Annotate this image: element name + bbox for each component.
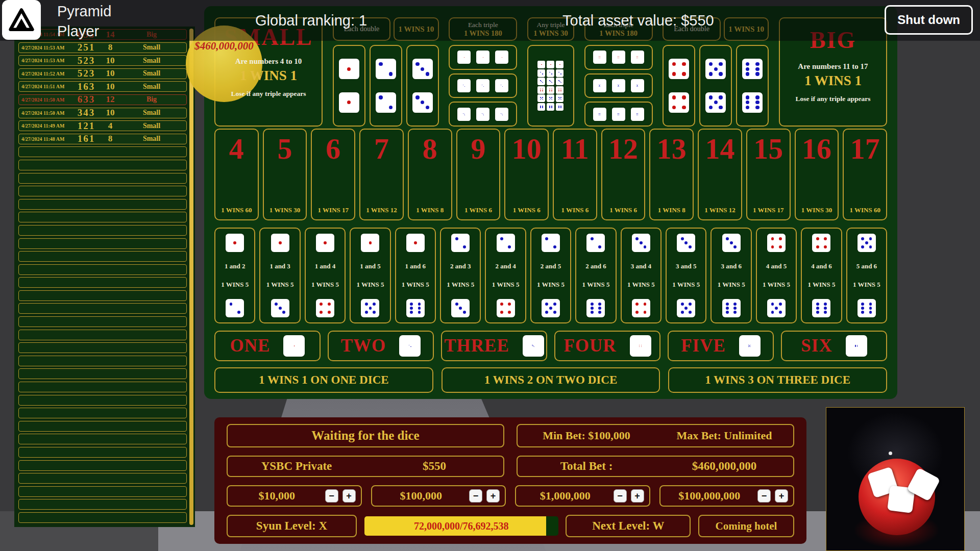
bet-combo-1-4[interactable]: 1 and 41 WINS 5 [305,228,346,323]
history-panel: 4/27/2024 11:54 AM65514Big4/27/2024 11:5… [14,27,195,527]
bet-double-6[interactable] [736,45,769,127]
history-row: 4/27/2024 11:53 AM2518Small [18,42,187,53]
bet-double-5[interactable] [699,45,732,127]
bet-total-6[interactable]: 61 WINS 17 [311,129,355,220]
app-logo[interactable] [2,0,41,40]
bet-triple-4[interactable] [584,45,653,70]
shutdown-button[interactable]: Shut down [885,5,973,35]
chip-2-plus-button[interactable]: + [486,489,500,503]
bet-triple-3[interactable] [449,102,517,127]
history-list: 4/27/2024 11:54 AM65514Big4/27/2024 11:5… [18,29,187,523]
dice-odds-1[interactable]: 1 WINS 1 ON ONE DICE [214,367,433,393]
combo-odds: 1 WINS 5 [853,281,880,289]
history-row-empty [18,499,187,510]
chip-1[interactable]: $10,000−+ [227,485,362,507]
die-6 [742,92,763,113]
bet-total-9[interactable]: 91 WINS 6 [456,129,501,220]
chip-1-minus-button[interactable]: − [325,489,338,503]
combos-row: 1 and 21 WINS 51 and 31 WINS 51 and 41 W… [214,228,887,323]
die-3 [537,78,545,85]
balance-value: $550 [365,460,503,473]
bet-triple-6[interactable] [584,102,653,127]
bet-double-1[interactable] [333,45,365,127]
die-2 [376,92,396,113]
bet-total-8[interactable]: 81 WINS 8 [408,129,452,220]
bet-single-one[interactable]: ONE [214,331,321,361]
chip-3-minus-button[interactable]: − [614,489,627,503]
bet-combo-1-5[interactable]: 1 and 51 WINS 5 [350,228,390,323]
bet-total-17[interactable]: 171 WINS 60 [843,129,887,220]
bet-combo-3-5[interactable]: 3 and 51 WINS 5 [666,228,706,323]
bet-single-two[interactable]: TWO [328,331,434,361]
bet-combo-2-3[interactable]: 2 and 31 WINS 5 [440,228,481,323]
bet-triple-5[interactable] [584,73,653,98]
total-number: 16 [802,132,831,166]
combo-label: 3 and 6 [721,262,741,270]
chip-4-plus-button[interactable]: + [775,489,788,503]
history-row-empty [18,460,187,471]
die-5 [593,79,606,92]
history-row-empty [18,290,187,301]
bet-triple-2[interactable] [449,73,517,98]
die-6 [812,299,830,317]
history-scrollbar[interactable] [189,29,193,525]
die-6 [846,335,867,357]
bet-total-12[interactable]: 121 WINS 6 [601,129,646,220]
bet-combo-4-5[interactable]: 4 and 51 WINS 5 [756,228,797,323]
bet-total-16[interactable]: 161 WINS 30 [795,129,839,220]
chip-3-plus-button[interactable]: + [631,489,644,503]
bet-total-4[interactable]: 41 WINS 60 [214,129,259,220]
bet-combo-4-6[interactable]: 4 and 61 WINS 5 [801,228,842,323]
history-row-empty [18,512,187,523]
chip-4-minus-button[interactable]: − [757,489,771,503]
chip-1-plus-button[interactable]: + [342,489,356,503]
dice-odds-3[interactable]: 1 WINS 3 ON THREE DICE [668,367,887,393]
bet-total-5[interactable]: 51 WINS 30 [263,129,307,220]
bet-total-14[interactable]: 141 WINS 12 [698,129,742,220]
combo-odds: 1 WINS 5 [402,281,429,289]
bet-total-10[interactable]: 101 WINS 6 [504,129,549,220]
history-size: Small [119,109,184,117]
die-5 [677,299,695,317]
chip-3[interactable]: $1,000,000−+ [515,485,650,507]
bet-single-five[interactable]: FIVE [668,331,774,361]
bet-double-3[interactable] [406,45,439,127]
bet-combo-3-6[interactable]: 3 and 61 WINS 5 [710,228,751,323]
dice-odds-2[interactable]: 1 WINS 2 ON TWO DICE [442,367,660,393]
bet-triple-1[interactable] [449,45,517,70]
bet-combo-1-6[interactable]: 1 and 61 WINS 5 [395,228,436,323]
history-size: Small [119,43,184,52]
history-size: Big [119,95,184,104]
bet-combo-1-3[interactable]: 1 and 31 WINS 5 [259,228,300,323]
bet-combo-5-6[interactable]: 5 and 61 WINS 5 [846,228,887,323]
chip-2-minus-button[interactable]: − [469,489,482,503]
single-word: TWO [341,336,386,356]
history-sum: 8 [101,134,119,144]
bet-any-triple[interactable] [527,45,574,127]
bet-double-4[interactable] [663,45,695,127]
bet-combo-1-2[interactable]: 1 and 21 WINS 5 [214,228,255,323]
die-3 [495,108,508,121]
history-row: 4/27/2024 11:50 AM34310Small [18,108,187,118]
any-triple-row-1 [537,61,564,68]
bet-combo-2-6[interactable]: 2 and 61 WINS 5 [575,228,616,323]
bet-combo-2-5[interactable]: 2 and 51 WINS 5 [530,228,571,323]
bet-combo-3-4[interactable]: 3 and 41 WINS 5 [621,228,662,323]
bet-total-11[interactable]: 111 WINS 6 [553,129,597,220]
bet-total-7[interactable]: 71 WINS 12 [359,129,404,220]
bet-single-three[interactable]: THREE [441,331,547,361]
bet-single-six[interactable]: SIX [781,331,887,361]
chip-2[interactable]: $100,000−+ [371,485,506,507]
chip-4[interactable]: $100,000,000−+ [659,485,795,507]
history-result: 523 [71,55,101,66]
bet-total-15[interactable]: 151 WINS 17 [746,129,791,220]
coming-hotel-button[interactable]: Coming hotel [698,515,794,537]
die-1 [495,51,508,64]
total-odds: 1 WINS 6 [609,206,637,214]
bet-single-four[interactable]: FOUR [554,331,660,361]
die-1 [476,51,489,64]
bet-combo-2-4[interactable]: 2 and 41 WINS 5 [485,228,526,323]
bet-total-13[interactable]: 131 WINS 8 [649,129,694,220]
bet-double-2[interactable] [370,45,402,127]
die-1 [226,234,244,252]
